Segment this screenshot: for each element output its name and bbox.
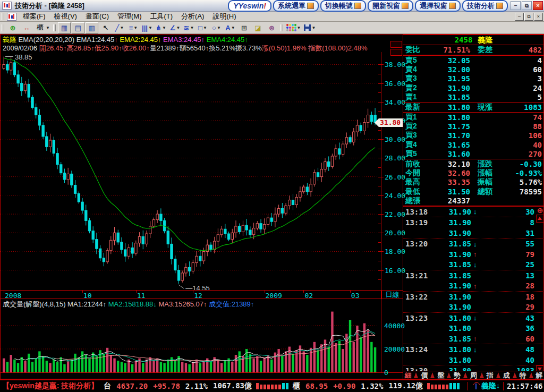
tick-scrollbar[interactable]: ⊕ bbox=[536, 207, 544, 374]
pan-icon[interactable]: ⊕ bbox=[6, 22, 19, 33]
channel-icon[interactable]: ∠▼ bbox=[168, 22, 182, 33]
cursor-icon[interactable]: ↖ bbox=[99, 22, 112, 33]
mdi-restore-button[interactable]: ⧉ bbox=[524, 13, 533, 21]
tick-row[interactable]: 13:2331.80↓43 bbox=[403, 312, 544, 323]
chart-window-2-icon[interactable]: ▤ bbox=[72, 22, 84, 33]
title-bar: 技術分析 - [義隆 2458] YYeswin! 系統選單切換帳號開新視窗選擇… bbox=[0, 0, 544, 12]
chart-area[interactable]: 義隆 EMA(20,20,20,20) EMA1:24.45↑ EMA2:24.… bbox=[1, 35, 403, 379]
last-price-tag: 31.80 bbox=[379, 118, 403, 127]
unit-dropdown[interactable]: 櫃▼ bbox=[34, 22, 51, 33]
tick-row[interactable]: 31.90↑28 bbox=[403, 280, 544, 291]
brand-text: 【yeswin越是贏: 技術分析】 bbox=[2, 381, 98, 391]
eraser-icon[interactable]: ◪ bbox=[252, 22, 265, 33]
tick-row[interactable]: 13:2131.8513 bbox=[403, 270, 544, 281]
ask-row[interactable]: 賣532.054 bbox=[403, 56, 544, 65]
xianzhang-label: 現漲 bbox=[478, 103, 508, 112]
menu-item[interactable]: 說明(H) bbox=[208, 11, 240, 22]
vertical-lines-icon[interactable]: |||▼ bbox=[141, 22, 154, 33]
ask-row[interactable]: 賣131.855 bbox=[403, 93, 544, 102]
palette-icon[interactable]: ▼ bbox=[285, 22, 302, 33]
crosshair-icon[interactable]: ⊕ bbox=[536, 207, 544, 214]
tick-row[interactable]: 13:2231.9018 bbox=[403, 291, 544, 302]
quote-tab-7[interactable]: 成 bbox=[503, 372, 510, 379]
title-button-2[interactable]: 切換帳號 bbox=[320, 0, 366, 12]
title-button-3[interactable]: 開新視窗 bbox=[368, 0, 413, 12]
mdi-minimize-button[interactable]: – bbox=[515, 13, 524, 21]
tick-row[interactable]: 31.85↓25 bbox=[403, 259, 544, 270]
title-button-5[interactable]: 技術分析 bbox=[462, 0, 508, 12]
menu-item[interactable]: 檔案(F) bbox=[19, 11, 50, 22]
ask-row[interactable]: 賣331.953 bbox=[403, 74, 544, 83]
bid-row[interactable]: 買531.60270 bbox=[403, 150, 544, 159]
title-button-1[interactable]: 系統選單 bbox=[273, 0, 319, 12]
bid-row[interactable]: 買331.70106 bbox=[403, 131, 544, 140]
mdi-close-button[interactable]: × bbox=[534, 13, 543, 21]
ask-row[interactable]: 賣432.0060 bbox=[403, 65, 544, 74]
multi-line-icon[interactable]: ≡▼ bbox=[127, 22, 140, 33]
chart-split-buttons[interactable] bbox=[390, 41, 402, 57]
quote-panel: 2458 義隆 委比 71.51% 委差 482 賣532.054賣432.00… bbox=[403, 35, 544, 379]
h-resize-icon[interactable]: ↔ bbox=[20, 22, 33, 33]
copy-icon[interactable]: ⊞ bbox=[238, 22, 251, 33]
candlestick-chart[interactable]: 38.85—14.55 bbox=[1, 55, 381, 290]
tick-row[interactable]: 13:1931.908 bbox=[403, 217, 544, 228]
close-button[interactable]: × bbox=[533, 1, 543, 10]
quote-tab-2[interactable]: 價 bbox=[421, 372, 428, 379]
weicha-label: 委差 bbox=[478, 45, 508, 55]
bid-row[interactable]: 買131.8074 bbox=[403, 113, 544, 122]
document-icon bbox=[7, 13, 16, 21]
menu-item[interactable]: 管理(M) bbox=[113, 11, 146, 22]
menu-item[interactable]: 工具(T) bbox=[146, 11, 177, 22]
chart-window-3-icon[interactable]: ▥ bbox=[86, 22, 98, 33]
chart-window-1-icon[interactable]: ▦ bbox=[58, 22, 71, 33]
minimize-button[interactable]: – bbox=[511, 1, 521, 10]
quote-tab-6[interactable]: 指 bbox=[487, 372, 494, 379]
volume-pane[interactable]: 40000200000 bbox=[1, 308, 403, 373]
tick-row[interactable]: 13:2031.85↓55 bbox=[403, 238, 544, 249]
bid-row[interactable]: 買431.6540 bbox=[403, 140, 544, 149]
signal-icon bbox=[473, 382, 479, 390]
quote-tab-4[interactable]: 勢 bbox=[454, 372, 461, 379]
circle-icon[interactable]: ○▼ bbox=[210, 22, 223, 33]
tick-row[interactable]: 13:1831.90↓30 bbox=[403, 207, 544, 217]
quote-tab-9[interactable]: 解 bbox=[536, 372, 542, 379]
tick-row[interactable]: 31.8040 bbox=[403, 355, 544, 365]
quote-tab-1[interactable]: 細 bbox=[404, 372, 411, 379]
title-button-4[interactable]: 選擇視窗 bbox=[415, 0, 461, 12]
menu-bar: 檔案(F)檢視(V)畫面(C)管理(M)工具(T)分析(A)說明(H) – ⧉ … bbox=[0, 12, 544, 22]
stock-header: 2458 義隆 bbox=[403, 35, 544, 45]
text-icon[interactable]: A▼ bbox=[224, 22, 237, 33]
volume-axis-label: 40000 bbox=[384, 322, 405, 330]
quote-tab-8[interactable]: 特 bbox=[520, 372, 526, 379]
tick-row[interactable]: 13:2431.80↓48 bbox=[403, 344, 544, 355]
bid-row[interactable]: 買231.7588 bbox=[403, 122, 544, 131]
restore-button[interactable]: ⧉ bbox=[522, 1, 532, 10]
app-icon bbox=[2, 2, 12, 10]
save-icon[interactable]: ▼ bbox=[303, 22, 317, 33]
quote-tab-bar: 細價盤勢周指成特解 bbox=[403, 371, 544, 379]
yeswin-logo[interactable]: YYeswin! bbox=[228, 0, 271, 12]
weibi-label: 委比 bbox=[405, 45, 432, 55]
date-axis-label: 2008 bbox=[5, 292, 21, 300]
stamp-icon[interactable]: ⊛ bbox=[266, 22, 278, 33]
trendline-icon[interactable]: ╱▼ bbox=[113, 22, 126, 33]
toolbar-grip-mid bbox=[53, 24, 56, 31]
quote-tab-3[interactable]: 盤 bbox=[437, 372, 444, 379]
quote-tab-5[interactable]: 周 bbox=[470, 372, 477, 379]
hatch-icon[interactable]: ≋▼ bbox=[183, 22, 196, 33]
menu-item[interactable]: 分析(A) bbox=[177, 11, 208, 22]
tick-row[interactable]: 31.85↑60 bbox=[403, 334, 544, 344]
rectangle-icon[interactable]: □▼ bbox=[197, 22, 209, 33]
tab-divider-icon bbox=[463, 372, 468, 378]
menu-item[interactable]: 畫面(C) bbox=[81, 11, 113, 22]
menu-item[interactable]: 檢視(V) bbox=[50, 11, 81, 22]
tick-row[interactable]: 31.8036 bbox=[403, 323, 544, 334]
tick-row[interactable]: 31.90↑79 bbox=[403, 249, 544, 260]
fan-lines-icon[interactable]: ⋔▼ bbox=[155, 22, 167, 33]
main-area: 義隆 EMA(20,20,20,20) EMA1:24.45↑ EMA2:24.… bbox=[0, 34, 544, 379]
scroll-up-button[interactable] bbox=[536, 215, 544, 223]
tick-row[interactable]: 31.9031 bbox=[403, 228, 544, 238]
ask-row[interactable]: 賣231.9024 bbox=[403, 83, 544, 92]
button-glyph-icon bbox=[402, 3, 409, 9]
tick-row[interactable]: 31.9029 bbox=[403, 302, 544, 312]
